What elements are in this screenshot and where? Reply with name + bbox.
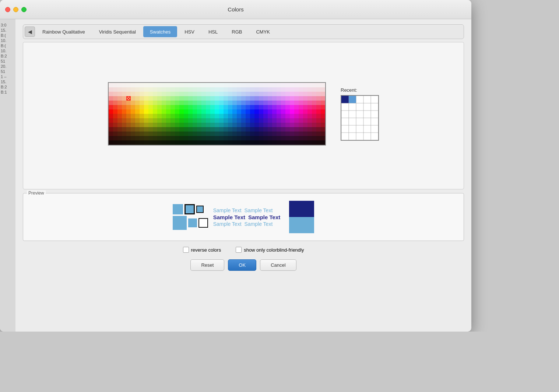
reverse-colors-checkbox[interactable] (183, 247, 189, 253)
preview-color-blocks (289, 201, 314, 233)
traffic-lights (5, 7, 27, 12)
tab-hsv[interactable]: HSV (178, 26, 201, 37)
recent-label: Recent: (341, 87, 379, 93)
sidebar-numbers: 3:0 15. B:( 10. B:( 10. B:2 51 20. 51 1 … (0, 19, 15, 332)
preview-section: Preview (23, 193, 464, 241)
tab-back-button[interactable]: ◀ (25, 27, 35, 37)
ok-button[interactable]: OK (228, 259, 256, 271)
tab-cmyk[interactable]: CMYK (249, 26, 277, 37)
preview-sq-1 (173, 204, 183, 214)
minimize-button[interactable] (13, 7, 18, 12)
preview-squares-top (173, 204, 208, 230)
colors-dialog: Colors 3:0 15. B:( 10. B:( 10. B:2 51 20… (0, 0, 471, 332)
preview-sample-text-2: Sample Text (245, 207, 273, 213)
preview-sq-5 (188, 218, 197, 227)
preview-sample-text-1: Sample Text (213, 207, 242, 213)
colorblind-checkbox[interactable] (236, 247, 242, 253)
tab-viridis-sequential[interactable]: Viridis Sequential (92, 26, 143, 37)
colorblind-label: show only colorblind-friendly (244, 247, 304, 253)
preview-block-light (289, 217, 314, 233)
tab-hsl[interactable]: HSL (202, 26, 224, 37)
preview-content: Sample Text Sample Text Sample Text Samp… (31, 197, 456, 237)
tabs-container: ◀ Rainbow Qualitative Viridis Sequential… (23, 24, 464, 39)
tab-swatches[interactable]: Swatches (143, 26, 177, 37)
preview-sq-3 (196, 206, 204, 213)
preview-sq-6 (198, 218, 208, 228)
close-button[interactable] (5, 7, 10, 12)
cancel-button[interactable]: Cancel (260, 259, 296, 271)
color-grid-container (108, 82, 326, 146)
color-grid[interactable] (108, 82, 326, 146)
options-row: reverse colors show only colorblind-frie… (23, 247, 464, 253)
preview-sample-text-bold-1: Sample Text (213, 214, 245, 220)
reverse-colors-option[interactable]: reverse colors (183, 247, 221, 253)
preview-texts: Sample Text Sample Text Sample Text Samp… (213, 207, 281, 227)
dialog-body: ◀ Rainbow Qualitative Viridis Sequential… (15, 19, 471, 277)
buttons-row: Reset OK Cancel (23, 259, 464, 271)
tab-rainbow-qualitative[interactable]: Rainbow Qualitative (36, 26, 92, 37)
preview-sample-text-4: Sample Text (245, 221, 273, 227)
preview-sample-text-bold-2: Sample Text (248, 214, 280, 220)
preview-label: Preview (27, 190, 46, 196)
preview-sq-2 (184, 204, 195, 214)
colorblind-option[interactable]: show only colorblind-friendly (236, 247, 304, 253)
titlebar: Colors (0, 0, 471, 19)
recent-panel: Recent: (341, 87, 379, 141)
preview-sq-4 (173, 216, 187, 230)
preview-sample-text-3: Sample Text (213, 221, 242, 227)
reset-button[interactable]: Reset (190, 259, 224, 271)
window-title: Colors (228, 6, 243, 13)
recent-grid[interactable] (341, 95, 379, 141)
swatches-panel: Recent: (23, 42, 464, 189)
maximize-button[interactable] (21, 7, 27, 12)
preview-block-dark (289, 201, 314, 217)
reverse-colors-label: reverse colors (191, 247, 221, 253)
tab-rgb[interactable]: RGB (225, 26, 249, 37)
